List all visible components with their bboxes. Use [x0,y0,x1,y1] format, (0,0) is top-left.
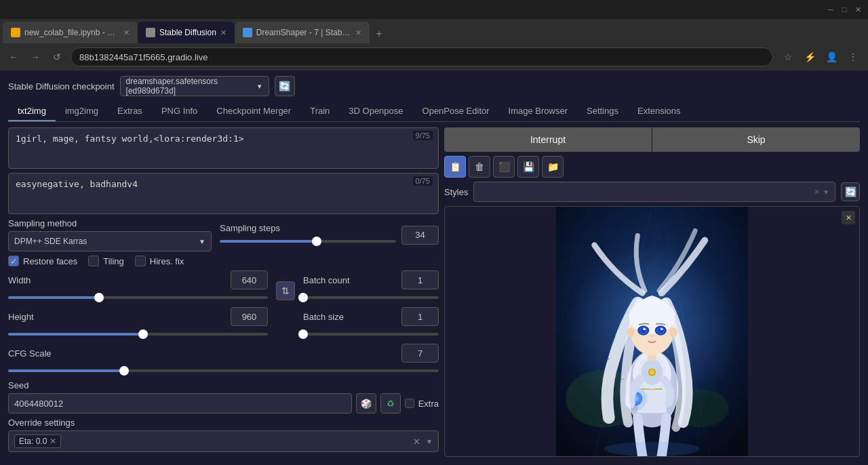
action-icon-folder[interactable]: 📁 [542,156,564,178]
hires-fix-checkbox[interactable]: Hires. fix [135,256,184,266]
new-tab-button[interactable]: + [370,24,389,43]
checkboxes-row: ✓ Restore faces Tiling Hires. fix [8,256,439,266]
extra-label: Extra [418,399,439,409]
cfg-scale-slider[interactable] [8,365,439,376]
positive-token-count: 9/75 [413,131,433,140]
tab-png-info[interactable]: PNG Info [152,102,207,121]
sampling-steps-slider[interactable] [220,236,396,247]
batch-size-thumb[interactable] [298,329,308,339]
tab-close-sd[interactable]: ✕ [220,28,226,37]
right-panel: Interrupt Skip 📋 🗑 ⬛ 💾 📁 Styles ✕ ▼ [444,127,860,457]
height-thumb[interactable] [138,329,148,339]
tab-extras[interactable]: Extras [108,102,152,121]
svg-point-26 [643,328,646,331]
restore-faces-checkbox[interactable]: ✓ Restore faces [8,256,77,266]
seed-random-button[interactable]: 🎲 [356,393,376,413]
batch-count-slider[interactable] [303,292,439,303]
cfg-scale-value[interactable]: 7 [401,344,439,363]
swap-dimensions-button[interactable]: ⇅ [276,281,295,300]
batch-count-value[interactable]: 1 [401,270,439,289]
sampling-method-select[interactable]: DPM++ SDE Karras ▼ [8,231,212,251]
override-tag-value: Eta: 0.0 [19,437,47,446]
width-group: Width 640 [8,270,268,303]
batch-size-slider[interactable] [303,329,439,340]
override-settings-label: Override settings [8,418,439,428]
tab-txt2img[interactable]: txt2img [8,102,56,121]
address-input[interactable] [71,47,773,66]
checkpoint-refresh-button[interactable]: 🔄 [275,76,295,96]
override-clear-icon[interactable]: ✕ [413,437,420,447]
reload-button[interactable]: ↺ [49,49,65,65]
svg-point-27 [660,328,663,331]
positive-prompt-input[interactable] [9,128,438,166]
tab-train[interactable]: Train [300,102,339,121]
negative-prompt-input[interactable] [9,174,438,211]
sampling-steps-label: Sampling steps [220,223,396,233]
skip-button[interactable]: Skip [652,127,860,152]
tab-openpose-editor[interactable]: OpenPose Editor [413,102,499,121]
seed-input[interactable] [8,393,352,413]
override-tag-remove[interactable]: ✕ [50,437,56,446]
minimize-button[interactable]: ─ [826,5,835,14]
extensions-icon[interactable]: ⚡ [800,47,819,66]
seed-row: Seed 🎲 ♻ Extra [8,380,439,413]
checkpoint-value: dreamshaper.safetensors [ed989d673d] [126,77,256,96]
browser-tab-stable-diffusion[interactable]: Stable Diffusion ✕ [138,22,235,43]
batch-size-group: Batch size 1 [303,307,439,340]
back-button[interactable]: ← [5,49,22,65]
styles-select[interactable]: ✕ ▼ [473,182,835,202]
cfg-scale-thumb[interactable] [119,366,129,376]
extra-checkbox-box [405,399,414,408]
tab-3d-openpose[interactable]: 3D Openpose [339,102,412,121]
width-value[interactable]: 640 [231,270,268,289]
tab-extensions[interactable]: Extensions [628,102,690,121]
bookmark-icon[interactable]: ☆ [778,47,797,66]
tab-settings[interactable]: Settings [577,102,628,121]
checkpoint-dropdown-icon: ▼ [256,83,263,90]
close-button[interactable]: ✕ [853,5,863,14]
image-close-button[interactable]: ✕ [842,211,855,224]
width-thumb[interactable] [94,293,104,302]
left-panel: 9/75 document.querySelector('.prompt-tex… [8,127,439,457]
extra-checkbox[interactable]: Extra [405,399,439,409]
checkpoint-select[interactable]: dreamshaper.safetensors [ed989d673d] ▼ [120,76,269,96]
profile-icon[interactable]: 👤 [822,47,841,66]
restore-faces-label: Restore faces [23,256,77,266]
tab-bar: new_colab_file.ipynb - Colabora... ✕ Sta… [0,19,868,43]
seed-recycle-button[interactable]: ♻ [380,393,401,413]
browser-tab-dreamshaper[interactable]: DreamShaper - 7 | Stable Diffusi... ✕ [235,22,370,43]
interrupt-button[interactable]: Interrupt [444,127,652,152]
tab-close-colab[interactable]: ✕ [123,28,130,37]
tab-checkpoint-merger[interactable]: Checkpoint Merger [207,102,300,121]
action-icon-red[interactable]: ⬛ [493,156,515,178]
styles-dropdown-icon[interactable]: ▼ [823,188,829,196]
override-settings-input[interactable]: Eta: 0.0 ✕ ✕ ▼ [8,430,439,452]
override-dropdown-icon[interactable]: ▼ [426,438,433,445]
menu-icon[interactable]: ⋮ [844,47,863,66]
tiling-label: Tiling [103,256,124,266]
batch-count-thumb[interactable] [298,293,308,302]
sampling-steps-value[interactable]: 34 [401,226,439,245]
hires-fix-label: Hires. fix [150,256,184,266]
styles-clear-icon[interactable]: ✕ [814,188,820,197]
height-value[interactable]: 960 [231,307,268,326]
tiling-checkbox[interactable]: Tiling [88,256,124,266]
action-icon-paste[interactable]: 📋 [444,156,466,178]
forward-button[interactable]: → [27,49,43,65]
height-slider[interactable] [8,329,268,340]
maximize-button[interactable]: □ [840,5,849,14]
sampling-method-value: DPM++ SDE Karras [14,237,87,246]
styles-refresh-button[interactable]: 🔄 [841,182,860,201]
batch-size-value[interactable]: 1 [401,307,439,326]
batch-count-group: Batch count 1 [303,270,439,303]
tab-img2img[interactable]: img2img [56,102,108,121]
sampling-steps-thumb[interactable] [312,237,321,246]
action-icon-save[interactable]: 💾 [517,156,539,178]
action-icon-trash[interactable]: 🗑 [469,156,490,178]
width-label: Width [8,275,225,285]
width-slider[interactable] [8,292,268,303]
tab-image-browser[interactable]: Image Browser [499,102,577,121]
tab-close-ds[interactable]: ✕ [355,28,361,37]
sampling-steps-fill [220,240,317,243]
browser-tab-colab[interactable]: new_colab_file.ipynb - Colabora... ✕ [3,22,138,43]
